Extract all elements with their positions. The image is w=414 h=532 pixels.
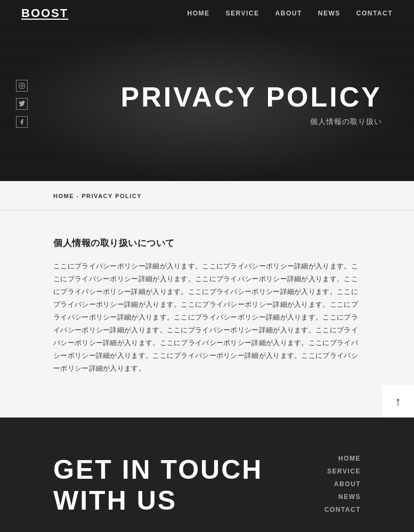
footer-nav-about[interactable]: ABOUT xyxy=(324,480,361,488)
hero-section: PRIVACY POLICY 個人情報の取り扱い xyxy=(0,27,414,181)
svg-rect-0 xyxy=(19,83,25,88)
section-body: ここにプライバシーポリシー詳細が入ります。ここにプライバシーポリシー詳細が入りま… xyxy=(53,260,361,375)
nav-service[interactable]: SERVICE xyxy=(226,10,259,17)
footer-nav: HOME SERVICE ABOUT NEWS CONTACT xyxy=(324,455,361,513)
footer-nav-home[interactable]: HOME xyxy=(324,455,361,462)
svg-point-1 xyxy=(21,85,23,87)
nav-news[interactable]: NEWS xyxy=(318,10,340,17)
main-nav: HOME SERVICE ABOUT NEWS CONTACT xyxy=(188,10,393,17)
facebook-icon[interactable] xyxy=(16,116,28,128)
footer-nav-service[interactable]: SERVICE xyxy=(324,468,361,475)
hero-subtitle: 個人情報の取り扱い xyxy=(310,117,382,127)
nav-contact[interactable]: CONTACT xyxy=(356,10,393,17)
breadcrumb: HOME - PRIVACY POLICY xyxy=(0,181,414,210)
hero-title: PRIVACY POLICY xyxy=(121,81,382,113)
arrow-up-icon: ↑ xyxy=(395,396,401,407)
footer-nav-contact[interactable]: CONTACT xyxy=(324,506,361,513)
main-content: 個人情報の取り扱いについて ここにプライバシーポリシー詳細が入ります。ここにプラ… xyxy=(0,210,414,418)
scroll-to-top-button[interactable]: ↑ xyxy=(382,386,414,418)
content-wrapper: HOME - PRIVACY POLICY 個人情報の取り扱いについて ここにプ… xyxy=(0,181,414,418)
site-logo[interactable]: BOOST xyxy=(21,6,68,20)
nav-home[interactable]: HOME xyxy=(188,10,210,17)
site-header: BOOST HOME SERVICE ABOUT NEWS CONTACT xyxy=(0,0,414,27)
footer-nav-news[interactable]: NEWS xyxy=(324,493,361,501)
social-icons xyxy=(16,80,28,128)
section-title: 個人情報の取り扱いについて xyxy=(53,237,361,249)
breadcrumb-text: HOME - PRIVACY POLICY xyxy=(53,193,142,199)
twitter-icon[interactable] xyxy=(16,98,28,110)
svg-point-2 xyxy=(23,84,23,85)
footer-cta-section: GET IN TOUCH WITH US CONTACT HOME SERVIC… xyxy=(0,418,414,532)
nav-about[interactable]: ABOUT xyxy=(275,10,302,17)
instagram-icon[interactable] xyxy=(16,80,28,92)
footer-cta-title: GET IN TOUCH WITH US xyxy=(53,455,361,516)
